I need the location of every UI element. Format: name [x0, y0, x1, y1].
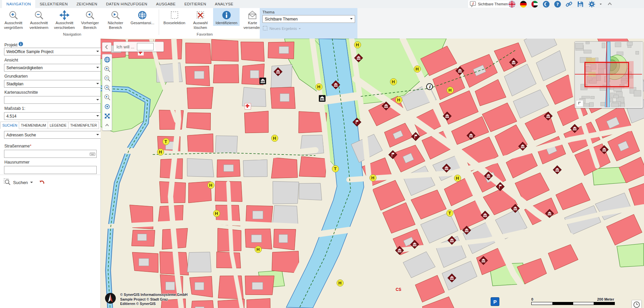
marker-sight-museum[interactable] [443, 112, 452, 121]
marker-sight-museum[interactable] [410, 240, 419, 249]
chevron-down-icon[interactable] [30, 182, 33, 184]
ribbon-button-full-extent[interactable]: Gesamtansi... [128, 8, 157, 26]
marker-museum-square[interactable] [259, 78, 266, 84]
flag-ae-icon[interactable] [531, 1, 538, 8]
save-icon[interactable] [577, 1, 584, 8]
marker-stop[interactable]: T [332, 165, 339, 172]
map-canvas[interactable] [101, 39, 644, 308]
marker-stop[interactable]: H [271, 135, 278, 142]
marker-stop[interactable]: H [337, 279, 344, 287]
marker-sight-museum[interactable] [382, 101, 391, 111]
extents-dropdown[interactable] [4, 96, 101, 104]
map-toolbar-zoom-out-icon[interactable] [103, 75, 111, 82]
basemaps-dropdown[interactable]: Stadtplan [4, 80, 101, 88]
menu-tab-analyse[interactable]: ANALYSE [210, 0, 238, 8]
overview-map[interactable] [575, 41, 643, 108]
marker-sight-museum[interactable] [274, 67, 283, 76]
marker-sight-flag[interactable] [388, 150, 397, 159]
marker-sight-flag[interactable] [411, 132, 420, 141]
menu-tab-navigation[interactable]: NAVIGATION [2, 0, 35, 8]
menu-tab-daten-hinzuf-gen[interactable]: DATEN HINZUFÜGEN [102, 0, 152, 8]
map-toolbar-prev-extent-icon[interactable] [103, 84, 111, 91]
marker-stop[interactable]: H [414, 65, 421, 73]
gear-icon[interactable] [588, 1, 595, 8]
house-number-input[interactable] [4, 166, 97, 174]
help-icon[interactable]: ? [554, 1, 561, 8]
reset-search-icon[interactable] [39, 179, 45, 186]
map-toolbar-center-icon[interactable] [103, 103, 111, 110]
ribbon-button-identify[interactable]: Identifizieren [213, 8, 240, 26]
sidebar-collapse-button[interactable] [102, 42, 111, 52]
ribbon-button-clear-selection[interactable]: Auswahllöschen [188, 8, 213, 31]
ich-will-widget[interactable]: Ich will ... [113, 42, 164, 52]
keyboard-icon[interactable] [90, 151, 95, 158]
marker-stop[interactable]: H [213, 210, 220, 217]
overview-resize-handle[interactable] [576, 100, 583, 107]
marker-sight-museum[interactable] [447, 273, 456, 282]
marker-stop[interactable]: H [390, 78, 397, 85]
marker-sight-museum[interactable] [479, 256, 488, 265]
marker-sight-museum[interactable] [509, 58, 518, 67]
marker-sight-museum[interactable] [331, 80, 340, 89]
marker-sight-museum[interactable] [553, 165, 562, 174]
ribbon-button-next-extent[interactable]: NächsterBereich [103, 8, 128, 31]
marker-museum-square[interactable] [319, 95, 326, 102]
marker-parking[interactable]: P [491, 297, 499, 306]
map-toolbar-full-extent-icon[interactable] [103, 56, 111, 63]
collapse-ribbon-icon[interactable] [606, 1, 613, 8]
search-type-dropdown[interactable]: Adressen Suche [4, 131, 101, 139]
marker-info-circle[interactable]: i [426, 83, 433, 90]
info-icon[interactable] [18, 43, 23, 47]
search-button[interactable]: Suchen [13, 180, 28, 185]
marker-sight-museum[interactable] [447, 236, 456, 245]
marker-sight-museum[interactable] [518, 142, 527, 151]
marker-sight-museum[interactable] [481, 211, 490, 220]
ich-will-input[interactable] [137, 43, 154, 50]
marker-sight-museum[interactable] [511, 204, 520, 213]
tab-legende[interactable]: LEGENDE [48, 122, 68, 129]
marker-sight-flag[interactable] [496, 182, 505, 191]
menu-tab-ausgabe[interactable]: AUSGABE [152, 0, 180, 8]
menu-tab-selektieren[interactable]: SELEKTIEREN [35, 0, 72, 8]
ribbon-button-prev-extent[interactable]: VorherigerBereich [77, 8, 103, 31]
marker-cs-label[interactable]: CS [396, 287, 401, 292]
link-icon[interactable] [565, 1, 573, 8]
flag-gb-icon[interactable] [508, 1, 515, 8]
marker-stop[interactable]: H [255, 246, 262, 253]
marker-sight-museum[interactable] [466, 131, 476, 140]
marker-stop[interactable]: H [395, 96, 402, 103]
marker-stop[interactable]: H [207, 182, 214, 189]
tab-themenbaum[interactable]: THEMENBAUM [19, 122, 48, 129]
marker-sight-museum[interactable] [570, 124, 579, 133]
marker-sight-museum[interactable] [395, 246, 404, 255]
marker-red-cross[interactable] [245, 103, 251, 109]
scale-dropdown[interactable]: 4.514 [4, 112, 101, 120]
ribbon-button-zoom-in[interactable]: Ausschnittvergrößern [1, 8, 26, 31]
new-result-button[interactable]: Neues Ergebnis [262, 26, 355, 32]
map-viewport[interactable]: HHHHHHHHHHHHHHTTTiPCS Ich will ... © Syn… [101, 39, 644, 308]
flag-de-icon[interactable] [520, 1, 527, 8]
map-toolbar-zoom-in-icon[interactable] [103, 65, 111, 73]
marker-sight-museum[interactable] [600, 145, 609, 154]
tab-themenfilter[interactable]: THEMENFILTER [68, 122, 99, 129]
marker-sight-museum[interactable] [484, 171, 493, 180]
marker-sight-museum[interactable] [455, 66, 464, 75]
ribbon-button-zoom-out[interactable]: Ausschnittverkleinern [26, 8, 52, 31]
marker-sight-flag[interactable] [352, 118, 361, 127]
marker-sight-museum[interactable] [462, 226, 471, 235]
menu-tab-editieren[interactable]: EDITIEREN [180, 0, 210, 8]
marker-stop[interactable]: T [162, 138, 169, 145]
marker-stop[interactable]: H [369, 174, 377, 181]
time-slider-button[interactable] [632, 300, 642, 308]
map-toolbar-collapse-icon[interactable] [103, 122, 111, 129]
street-input[interactable] [4, 150, 97, 158]
tab-suchen[interactable]: SUCHEN [0, 122, 19, 129]
thema-dropdown[interactable]: Sichtbare Themen [262, 15, 355, 23]
marker-stop[interactable]: H [315, 83, 323, 90]
ribbon-button-box-select[interactable]: Boxselektion [161, 8, 188, 26]
marker-sight-museum[interactable] [545, 209, 554, 218]
view-dropdown[interactable]: Sehenswürdigkeiten [4, 64, 101, 72]
project-dropdown[interactable]: WebOffice Sample Project [4, 48, 101, 55]
marker-sight-museum[interactable] [544, 112, 553, 121]
marker-stop[interactable]: H [157, 148, 164, 156]
